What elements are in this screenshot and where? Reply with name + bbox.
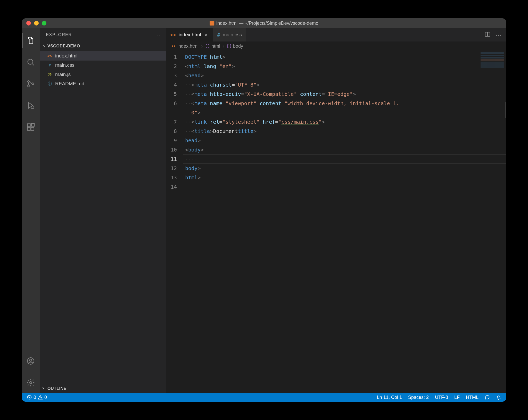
close-window-button[interactable] bbox=[26, 21, 31, 26]
code-line[interactable] bbox=[183, 182, 506, 191]
search-icon[interactable] bbox=[22, 54, 40, 70]
more-actions-icon[interactable]: ··· bbox=[155, 32, 161, 38]
code-line[interactable]: <head> bbox=[183, 71, 506, 80]
code-line[interactable]: head> bbox=[183, 136, 506, 145]
status-notifications-icon[interactable] bbox=[494, 395, 503, 400]
code-line[interactable]: ··<link rel="stylesheet" href="css/main.… bbox=[183, 117, 506, 127]
breadcrumb-item[interactable]: body bbox=[227, 44, 243, 49]
status-indentation[interactable]: Spaces: 2 bbox=[407, 395, 430, 400]
status-encoding[interactable]: UTF-8 bbox=[433, 395, 450, 400]
editor-tab[interactable]: #main.css bbox=[213, 28, 246, 41]
accounts-icon[interactable] bbox=[22, 353, 40, 369]
extensions-icon[interactable] bbox=[22, 119, 40, 135]
svg-point-4 bbox=[31, 106, 34, 108]
file-type-icon bbox=[210, 21, 214, 26]
svg-point-11 bbox=[30, 382, 32, 384]
status-cursor-position[interactable]: Ln 11, Col 1 bbox=[375, 395, 403, 400]
status-language[interactable]: HTML bbox=[464, 395, 480, 400]
run-debug-icon[interactable] bbox=[22, 98, 40, 113]
activity-bar bbox=[22, 28, 40, 393]
file-row[interactable]: ⓘREADME.md bbox=[40, 79, 166, 88]
status-feedback-icon[interactable] bbox=[483, 395, 491, 400]
chevron-down-icon bbox=[42, 43, 46, 49]
line-number: 8 bbox=[166, 127, 183, 136]
svg-point-10 bbox=[30, 359, 32, 362]
close-tab-icon[interactable]: × bbox=[204, 32, 209, 38]
line-number: 7 bbox=[166, 117, 183, 127]
window-title-text: index.html — ~/Projects/SimpleDev/vscode… bbox=[216, 21, 318, 26]
file-type-icon: <> bbox=[47, 54, 53, 58]
code-content[interactable]: DOCTYPE html><html lang="en"><head>··<me… bbox=[183, 51, 506, 393]
overview-ruler[interactable] bbox=[505, 102, 506, 118]
breadcrumb-item[interactable]: index.html bbox=[171, 44, 199, 49]
editor-area: <>index.html×#main.css ··· index.htmlhtm… bbox=[166, 28, 506, 393]
code-line[interactable]: ···· bbox=[183, 154, 506, 164]
breadcrumb-label: body bbox=[233, 44, 243, 49]
code-line[interactable]: 0"> bbox=[183, 108, 506, 117]
code-line[interactable]: <body> bbox=[183, 145, 506, 154]
line-number: 6 bbox=[166, 99, 183, 108]
line-number: 3 bbox=[166, 71, 183, 80]
code-line[interactable]: html> bbox=[183, 173, 506, 182]
status-problems[interactable]: 0 0 bbox=[25, 395, 48, 400]
minimize-window-button[interactable] bbox=[34, 21, 39, 26]
line-number: 14 bbox=[166, 182, 183, 191]
code-editor[interactable]: 1234567891011121314 DOCTYPE html><html l… bbox=[166, 51, 506, 393]
line-number: 11 bbox=[166, 154, 183, 164]
split-editor-icon[interactable] bbox=[484, 31, 491, 39]
breadcrumbs[interactable]: index.htmlhtmlbody bbox=[166, 41, 506, 51]
code-line[interactable]: ··<meta http-equiv="X-UA-Compatible" con… bbox=[183, 89, 506, 99]
code-line[interactable]: ··<title>Documenttitle> bbox=[183, 127, 506, 136]
outline-section-header[interactable]: OUTLINE bbox=[40, 384, 166, 393]
status-bar: 0 0 Ln 11, Col 1 Spaces: 2 UTF-8 LF HTML bbox=[22, 393, 506, 402]
code-line[interactable]: ··<meta charset="UTF-8"> bbox=[183, 80, 506, 89]
explorer-sidebar: EXPLORER ··· VSCODE-DEMO <>index.html#ma… bbox=[40, 28, 166, 393]
project-section-header[interactable]: VSCODE-DEMO bbox=[40, 41, 166, 51]
tab-label: main.css bbox=[223, 32, 242, 38]
explorer-icon[interactable] bbox=[22, 33, 40, 48]
line-number: 2 bbox=[166, 62, 183, 71]
line-number: 10 bbox=[166, 145, 183, 154]
file-row[interactable]: <>index.html bbox=[40, 51, 166, 61]
svg-point-2 bbox=[28, 85, 29, 87]
explorer-header: EXPLORER ··· bbox=[40, 28, 166, 41]
editor-tab[interactable]: <>index.html× bbox=[166, 28, 213, 41]
status-eol[interactable]: LF bbox=[453, 395, 461, 400]
code-line[interactable]: DOCTYPE html> bbox=[183, 52, 506, 62]
file-name: main.css bbox=[55, 62, 75, 68]
code-line[interactable]: <html lang="en"> bbox=[183, 62, 506, 71]
more-editor-actions-icon[interactable]: ··· bbox=[496, 32, 502, 38]
svg-rect-6 bbox=[27, 127, 30, 130]
brackets-icon bbox=[205, 44, 210, 48]
code-line[interactable]: ··<meta name="viewport" content="width=d… bbox=[183, 99, 506, 108]
svg-rect-5 bbox=[27, 124, 30, 127]
file-name: main.js bbox=[55, 72, 71, 77]
svg-rect-8 bbox=[31, 123, 34, 126]
file-type-icon: # bbox=[47, 63, 53, 68]
vscode-window: index.html — ~/Projects/SimpleDev/vscode… bbox=[22, 18, 506, 402]
brackets-icon bbox=[227, 44, 232, 48]
settings-gear-icon[interactable] bbox=[22, 375, 40, 390]
breadcrumb-label: html bbox=[211, 44, 220, 49]
maximize-window-button[interactable] bbox=[42, 21, 46, 26]
breadcrumb-separator-icon bbox=[222, 44, 225, 49]
file-name: index.html bbox=[55, 53, 78, 59]
code-line[interactable]: body> bbox=[183, 164, 506, 173]
project-name: VSCODE-DEMO bbox=[47, 44, 80, 48]
svg-rect-7 bbox=[31, 127, 34, 130]
line-number: 5 bbox=[166, 89, 183, 99]
window-controls bbox=[22, 21, 46, 26]
line-number-gutter: 1234567891011121314 bbox=[166, 51, 183, 393]
breadcrumb-item[interactable]: html bbox=[205, 44, 220, 49]
file-name: README.md bbox=[55, 81, 84, 87]
svg-point-3 bbox=[32, 83, 34, 85]
file-row[interactable]: #main.css bbox=[40, 61, 166, 70]
line-number: 12 bbox=[166, 164, 183, 173]
window-title: index.html — ~/Projects/SimpleDev/vscode… bbox=[210, 21, 318, 26]
code-icon bbox=[171, 44, 176, 48]
file-type-icon: ⓘ bbox=[47, 81, 53, 87]
line-number: 9 bbox=[166, 136, 183, 145]
minimap[interactable] bbox=[481, 52, 504, 68]
source-control-icon[interactable] bbox=[22, 76, 40, 91]
file-row[interactable]: JSmain.js bbox=[40, 70, 166, 79]
